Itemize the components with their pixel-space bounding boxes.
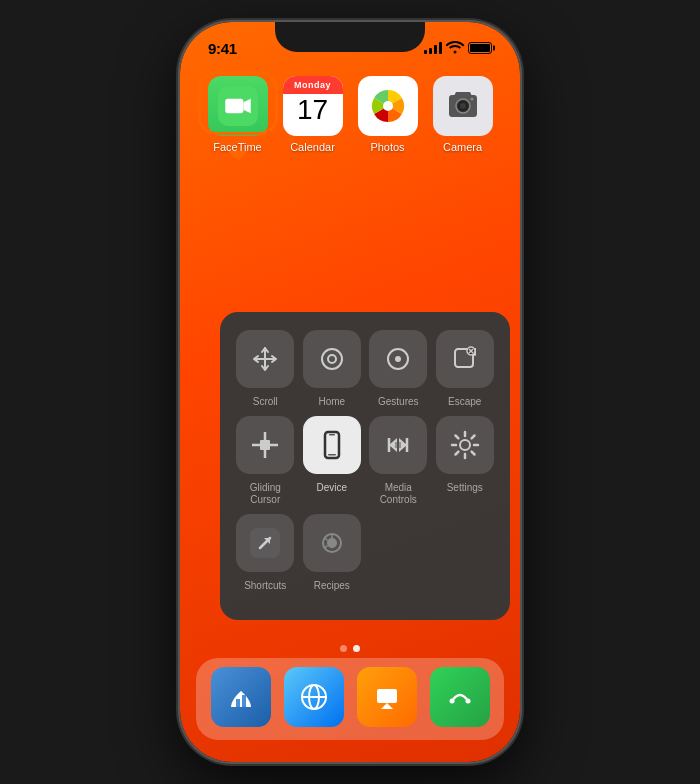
- scroll-icon-box: [236, 330, 294, 388]
- status-icons: [424, 41, 492, 56]
- dock-icon-4[interactable]: [425, 667, 495, 732]
- facetime-app[interactable]: FaceTime: [203, 76, 273, 153]
- svg-point-10: [328, 355, 336, 363]
- panel-row-3: Shortcuts Recipes: [236, 514, 494, 592]
- home-icon-box: [303, 330, 361, 388]
- device-label: Device: [316, 482, 347, 494]
- gliding-cursor-item[interactable]: GlidingCursor: [236, 416, 295, 506]
- gliding-cursor-label: GlidingCursor: [250, 482, 281, 506]
- home-screen: FaceTime Monday 17 Calendar: [180, 76, 520, 157]
- wifi-icon: [447, 41, 463, 56]
- svg-rect-38: [377, 689, 397, 703]
- panel-row-1: Scroll Home: [236, 330, 494, 408]
- assistive-touch-panel: Scroll Home: [220, 312, 510, 620]
- gestures-label: Gestures: [378, 396, 419, 408]
- dock-app-icon-2: [284, 667, 344, 727]
- svg-rect-22: [329, 434, 335, 436]
- scroll-item[interactable]: Scroll: [236, 330, 295, 408]
- dock-app-icon-4: [430, 667, 490, 727]
- calendar-month: Monday: [283, 76, 343, 94]
- shortcuts-item[interactable]: Shortcuts: [236, 514, 295, 592]
- svg-rect-23: [328, 454, 336, 456]
- media-controls-item[interactable]: MediaControls: [369, 416, 428, 506]
- settings-label: Settings: [447, 482, 483, 494]
- svg-rect-34: [242, 695, 246, 707]
- shortcuts-label: Shortcuts: [244, 580, 286, 592]
- scroll-label: Scroll: [253, 396, 278, 408]
- page-dots: [180, 645, 520, 652]
- phone-frame: 9:41: [180, 22, 520, 762]
- camera-app[interactable]: Camera: [428, 76, 498, 153]
- photos-icon: [358, 76, 418, 136]
- icon-row-1: FaceTime Monday 17 Calendar: [200, 76, 500, 153]
- escape-label: Escape: [448, 396, 481, 408]
- svg-point-12: [395, 356, 401, 362]
- escape-item[interactable]: Escape: [436, 330, 495, 408]
- shortcuts-icon-box: [236, 514, 294, 572]
- signal-icon: [424, 42, 442, 54]
- battery-icon: [468, 42, 492, 54]
- recipes-label: Recipes: [314, 580, 350, 592]
- gliding-cursor-icon-box: [236, 416, 294, 474]
- svg-point-9: [322, 349, 342, 369]
- escape-icon-box: [436, 330, 494, 388]
- svg-point-40: [449, 698, 454, 703]
- settings-item[interactable]: Settings: [436, 416, 495, 506]
- dock-icon-3[interactable]: [352, 667, 422, 732]
- facetime-highlight: [198, 71, 278, 135]
- settings-icon-box: [436, 416, 494, 474]
- media-controls-label: MediaControls: [380, 482, 417, 506]
- recipes-icon-box: [303, 514, 361, 572]
- calendar-icon: Monday 17: [283, 76, 343, 136]
- svg-point-7: [460, 103, 466, 109]
- media-controls-icon-box: [369, 416, 427, 474]
- calendar-date: 17: [297, 96, 328, 124]
- svg-point-30: [460, 440, 470, 450]
- svg-point-8: [470, 98, 473, 101]
- device-icon-box: [303, 416, 361, 474]
- camera-icon: [433, 76, 493, 136]
- device-item[interactable]: Device: [303, 416, 362, 506]
- svg-marker-39: [381, 703, 393, 709]
- svg-rect-33: [236, 699, 240, 707]
- svg-point-41: [465, 698, 470, 703]
- dock-app-icon-1: [211, 667, 271, 727]
- gestures-item[interactable]: Gestures: [369, 330, 428, 408]
- dot-2: [353, 645, 360, 652]
- dock-icon-2[interactable]: [279, 667, 349, 732]
- facetime-arrow: [228, 151, 248, 161]
- photos-app[interactable]: Photos: [353, 76, 423, 153]
- photos-label: Photos: [370, 141, 404, 153]
- empty-slot-1: [369, 514, 428, 592]
- svg-rect-20: [260, 440, 270, 450]
- recipes-item[interactable]: Recipes: [303, 514, 362, 592]
- dock-app-icon-3: [357, 667, 417, 727]
- screen: 9:41: [180, 22, 520, 762]
- panel-row-2: GlidingCursor Device: [236, 416, 494, 506]
- empty-slot-2: [436, 514, 495, 592]
- home-label: Home: [318, 396, 345, 408]
- calendar-label: Calendar: [290, 141, 335, 153]
- gestures-icon-box: [369, 330, 427, 388]
- svg-point-4: [383, 101, 393, 111]
- home-item[interactable]: Home: [303, 330, 362, 408]
- calendar-app[interactable]: Monday 17 Calendar: [278, 76, 348, 153]
- camera-label: Camera: [443, 141, 482, 153]
- notch: [275, 22, 425, 52]
- dock: [196, 658, 504, 740]
- dock-icon-1[interactable]: [206, 667, 276, 732]
- status-time: 9:41: [208, 40, 237, 57]
- dot-1: [340, 645, 347, 652]
